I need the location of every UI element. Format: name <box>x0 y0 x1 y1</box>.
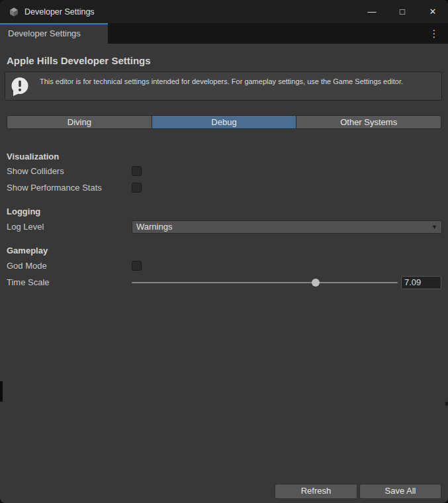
unity-cube-icon <box>9 7 19 17</box>
tab-diving[interactable]: Diving <box>7 115 152 129</box>
category-toolbar: Diving Debug Other Systems <box>7 115 441 129</box>
window-titlebar: Developer Settings — □ ✕ <box>0 0 448 23</box>
tab-debug[interactable]: Debug <box>152 115 297 129</box>
window-controls: — □ ✕ <box>357 0 448 23</box>
show-performance-stats-checkbox[interactable] <box>132 183 142 193</box>
log-level-dropdown[interactable]: Warnings ▼ <box>132 220 442 234</box>
time-scale-slider-thumb[interactable] <box>312 279 320 287</box>
left-edge-artifact <box>0 381 3 402</box>
time-scale-value: 7.09 <box>402 277 441 288</box>
show-colliders-label: Show Colliders <box>7 166 64 176</box>
god-mode-label: God Mode <box>7 261 47 271</box>
log-level-value: Warnings <box>132 221 441 232</box>
page-title: Apple Hills Developer Settings <box>7 55 151 66</box>
save-all-button[interactable]: Save All <box>359 484 441 499</box>
section-logging: Logging <box>7 206 40 216</box>
time-scale-label: Time Scale <box>7 277 50 287</box>
show-performance-stats-label: Show Performance Stats <box>7 183 102 193</box>
right-edge-artifact <box>445 402 448 406</box>
minimize-icon[interactable]: — <box>357 0 387 23</box>
close-icon[interactable]: ✕ <box>418 0 448 23</box>
tab-other-systems[interactable]: Other Systems <box>296 115 441 129</box>
god-mode-checkbox[interactable] <box>132 261 142 271</box>
section-gameplay: Gameplay <box>7 246 48 255</box>
maximize-icon[interactable]: □ <box>387 0 418 23</box>
developer-settings-window: Developer Settings — □ ✕ Developer Setti… <box>0 0 448 503</box>
info-helpbox: This editor is for technical settings in… <box>5 71 442 101</box>
time-scale-slider-track[interactable] <box>132 282 398 283</box>
refresh-button[interactable]: Refresh <box>275 484 357 499</box>
log-level-label: Log Level <box>7 222 44 232</box>
show-colliders-checkbox[interactable] <box>132 166 142 176</box>
tab-label: Developer Settings <box>0 24 108 43</box>
tab-menu-kebab-icon[interactable]: ⋮ <box>427 23 441 44</box>
time-scale-value-field[interactable]: 7.09 <box>401 276 441 289</box>
chevron-down-icon: ▼ <box>431 221 437 233</box>
section-visualization: Visualization <box>7 152 59 161</box>
tab-developer-settings[interactable]: Developer Settings <box>0 23 108 44</box>
editor-tab-bar: Developer Settings ⋮ <box>0 23 448 44</box>
info-bubble-icon <box>9 76 30 97</box>
helpbox-message: This editor is for technical settings in… <box>40 77 429 87</box>
window-title: Developer Settings <box>24 7 95 17</box>
